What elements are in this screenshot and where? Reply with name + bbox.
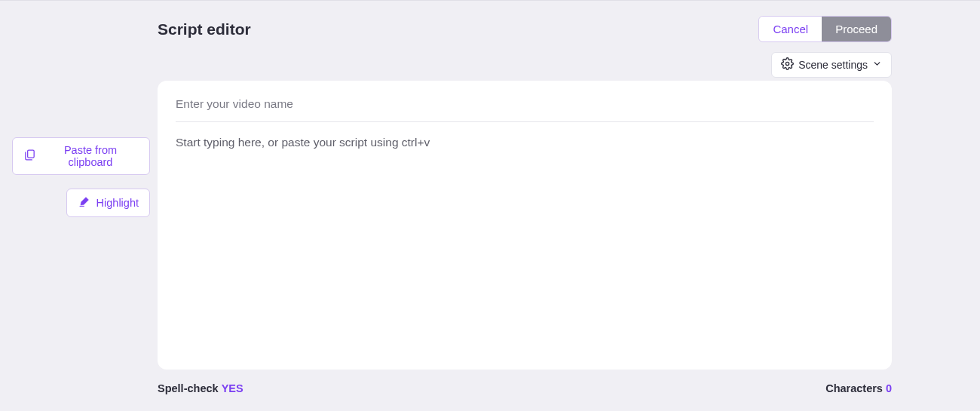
proceed-button[interactable]: Proceed — [822, 17, 891, 41]
highlight-label: Highlight — [96, 197, 139, 209]
paste-from-clipboard-button[interactable]: Paste from clipboard — [12, 137, 150, 175]
spellcheck-label: Spell-check — [158, 382, 222, 394]
gear-icon — [781, 57, 794, 72]
characters-value: 0 — [886, 382, 892, 394]
scene-settings-button[interactable]: Scene settings — [771, 52, 892, 78]
characters-status: Characters0 — [825, 382, 892, 394]
clipboard-icon — [23, 149, 36, 164]
spellcheck-value[interactable]: YES — [222, 382, 243, 394]
cancel-button[interactable]: Cancel — [759, 17, 822, 41]
svg-rect-1 — [28, 150, 35, 158]
scene-settings-label: Scene settings — [798, 59, 868, 71]
page-title: Script editor — [158, 20, 251, 38]
highlight-button[interactable]: Highlight — [66, 189, 150, 217]
chevron-down-icon — [872, 59, 882, 71]
paste-label: Paste from clipboard — [42, 144, 139, 168]
editor-card — [158, 81, 892, 370]
svg-point-0 — [786, 62, 789, 65]
video-name-input[interactable] — [176, 97, 874, 122]
highlighter-icon — [78, 195, 90, 210]
script-textarea[interactable] — [176, 122, 874, 348]
characters-label: Characters — [825, 382, 883, 394]
header-button-group: Cancel Proceed — [758, 16, 892, 42]
spellcheck-status: Spell-check YES — [158, 382, 243, 394]
